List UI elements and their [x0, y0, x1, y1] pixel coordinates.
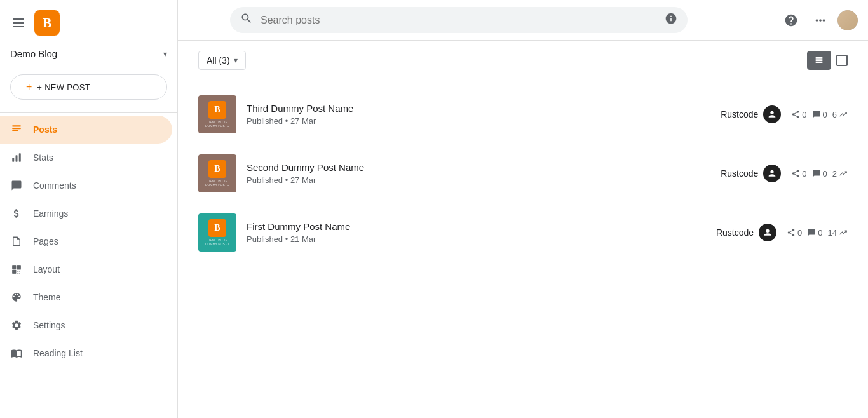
select-all-checkbox[interactable]	[836, 55, 848, 66]
header	[178, 0, 868, 41]
svg-rect-1	[12, 128, 21, 129]
content-area: All (3) ▾ B DEMO BLOGDUMMY POST-2	[178, 41, 868, 418]
table-row[interactable]: B DEMO BLOGDUMMY POST-1 First Dummy Post…	[198, 203, 848, 262]
view-stat: 2	[832, 169, 848, 179]
search-input[interactable]	[261, 15, 657, 26]
svg-point-10	[771, 170, 774, 173]
sidebar: B Demo Blog ▾ + + NEW POST Posts Stats C…	[0, 0, 178, 418]
post-author: Rustcode	[716, 224, 776, 241]
sidebar-header: B	[0, 5, 177, 43]
settings-icon	[10, 319, 23, 332]
svg-rect-8	[12, 270, 16, 274]
table-row[interactable]: B DEMO BLOGDUMMY POST-2 Third Dummy Post…	[198, 85, 848, 144]
view-toggle-button[interactable]	[807, 51, 831, 70]
sidebar-item-settings[interactable]: Settings	[0, 311, 172, 339]
earnings-icon	[10, 207, 23, 220]
sidebar-pages-label: Pages	[33, 236, 58, 246]
svg-point-9	[771, 111, 774, 114]
help-button[interactable]	[779, 8, 803, 32]
post-meta: Published • 27 Mar	[247, 175, 710, 185]
author-name: Rustcode	[721, 109, 758, 119]
sidebar-item-stats[interactable]: Stats	[0, 144, 172, 172]
sidebar-settings-label: Settings	[33, 320, 65, 330]
sidebar-earnings-label: Earnings	[33, 208, 68, 219]
post-meta: Published • 21 Mar	[247, 234, 706, 244]
plus-icon: +	[26, 81, 32, 93]
stats-icon	[10, 151, 23, 164]
chevron-down-icon: ▾	[163, 50, 167, 58]
sidebar-item-reading-list[interactable]: Reading List	[0, 339, 172, 367]
avatar[interactable]	[837, 10, 858, 30]
blog-selector[interactable]: Demo Blog ▾	[0, 43, 177, 64]
post-title: Third Dummy Post Name	[247, 103, 710, 114]
new-post-label: + NEW POST	[37, 83, 90, 92]
thumb-text: DEMO BLOGDUMMY POST-2	[205, 120, 229, 128]
post-info: Second Dummy Post Name Published • 27 Ma…	[247, 162, 710, 185]
post-title: Second Dummy Post Name	[247, 162, 710, 173]
svg-rect-0	[12, 125, 21, 126]
sidebar-item-comments[interactable]: Comments	[0, 172, 172, 199]
post-thumbnail: B DEMO BLOGDUMMY POST-2	[198, 95, 236, 133]
share-stat: 0	[791, 169, 806, 179]
posts-icon	[10, 123, 23, 136]
sidebar-reading-list-label: Reading List	[33, 348, 83, 358]
sidebar-item-earnings[interactable]: Earnings	[0, 199, 172, 227]
search-icon	[240, 12, 253, 28]
post-info: Third Dummy Post Name Published • 27 Mar	[247, 103, 710, 126]
theme-icon	[10, 291, 23, 304]
pages-icon	[10, 235, 23, 248]
sidebar-theme-label: Theme	[33, 292, 61, 302]
author-name: Rustcode	[721, 168, 758, 179]
sidebar-posts-label: Posts	[33, 125, 57, 135]
thumb-logo: B	[208, 160, 226, 178]
post-stats: 0 0 2	[791, 169, 848, 179]
author-avatar	[763, 165, 781, 182]
svg-rect-7	[17, 265, 21, 269]
chevron-down-icon: ▾	[234, 56, 238, 65]
sidebar-item-pages[interactable]: Pages	[0, 227, 172, 255]
apps-button[interactable]	[808, 8, 832, 32]
thumb-text: DEMO BLOGDUMMY POST-1	[205, 238, 229, 246]
table-row[interactable]: B DEMO BLOGDUMMY POST-2 Second Dummy Pos…	[198, 144, 848, 203]
sidebar-item-layout[interactable]: Layout	[0, 255, 172, 283]
post-author: Rustcode	[721, 165, 781, 182]
layout-icon	[10, 263, 23, 276]
thumb-logo: B	[208, 101, 226, 119]
post-thumbnail: B DEMO BLOGDUMMY POST-1	[198, 213, 236, 252]
toolbar-right	[807, 51, 848, 70]
main-area: All (3) ▾ B DEMO BLOGDUMMY POST-2	[178, 0, 868, 418]
content-toolbar: All (3) ▾	[198, 51, 848, 70]
info-icon[interactable]	[665, 12, 677, 28]
view-stat: 14	[828, 228, 848, 238]
author-name: Rustcode	[716, 227, 754, 238]
svg-rect-5	[19, 153, 21, 162]
post-right: Rustcode 0 0	[716, 224, 848, 241]
blog-name: Demo Blog	[10, 48, 158, 59]
view-stat: 6	[832, 110, 848, 119]
comment-stat: 0	[812, 110, 827, 119]
thumb-text: DEMO BLOGDUMMY POST-2	[205, 179, 229, 187]
post-right: Rustcode 0 0	[721, 105, 848, 123]
sidebar-divider	[0, 112, 177, 113]
post-meta: Published • 27 Mar	[247, 116, 710, 126]
sidebar-comments-label: Comments	[33, 180, 76, 191]
svg-rect-2	[12, 130, 18, 131]
avatar-image	[837, 10, 858, 30]
filter-label: All (3)	[207, 55, 230, 65]
svg-rect-6	[12, 265, 16, 269]
header-right	[779, 8, 858, 32]
share-stat: 0	[791, 110, 806, 119]
filter-dropdown[interactable]: All (3) ▾	[198, 51, 246, 70]
new-post-button[interactable]: + + NEW POST	[10, 74, 167, 100]
sidebar-item-posts[interactable]: Posts	[0, 116, 172, 144]
comment-stat: 0	[807, 228, 822, 238]
hamburger-button[interactable]	[10, 16, 27, 30]
author-avatar	[759, 224, 776, 241]
reading-list-icon	[10, 347, 23, 360]
blogger-logo: B	[34, 10, 60, 36]
sidebar-stats-label: Stats	[33, 152, 53, 163]
post-info: First Dummy Post Name Published • 21 Mar	[247, 221, 706, 244]
svg-point-11	[766, 229, 769, 233]
sidebar-item-theme[interactable]: Theme	[0, 283, 172, 311]
search-bar	[230, 7, 688, 33]
